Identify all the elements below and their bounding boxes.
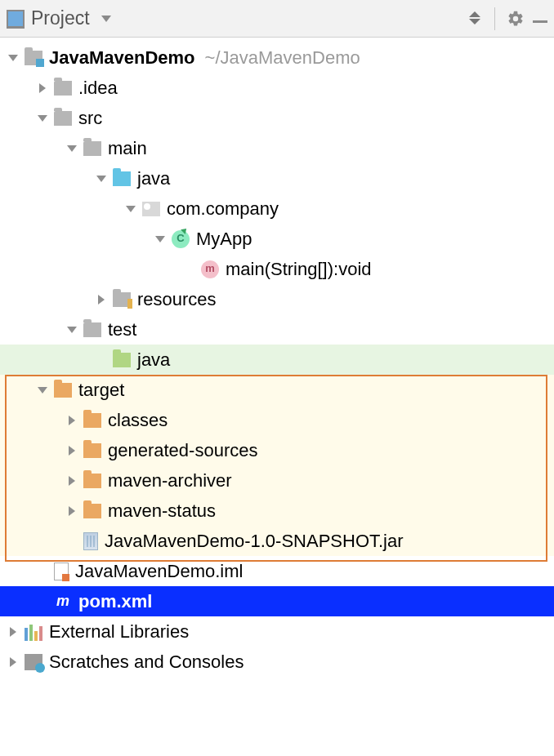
node-label: pom.xml [78,589,152,615]
tree-node-test[interactable]: test [0,314,554,345]
expand-icon[interactable] [124,202,137,216]
divider [494,7,495,30]
node-label: Scratches and Consoles [49,649,243,675]
tree-node-java-src[interactable]: java [0,163,554,193]
expand-icon[interactable] [154,233,167,246]
node-label: External Libraries [49,619,189,645]
node-label: resources [137,287,217,313]
tree-node-method[interactable]: m main(String[]):void [0,254,554,284]
tree-node-root[interactable]: JavaMavenDemo ~/JavaMavenDemo [0,42,554,73]
tree-node-class[interactable]: C MyApp [0,224,554,254]
tree-node-src[interactable]: src [0,103,554,133]
view-dropdown-icon[interactable] [101,16,111,22]
tree-node-external-libraries[interactable]: External Libraries [0,616,554,647]
test-folder-icon [113,353,131,367]
maven-file-icon: m [54,593,72,611]
expand-icon[interactable] [65,323,78,336]
expand-icon[interactable] [7,625,20,638]
node-label: src [78,105,102,131]
module-folder-icon [25,51,42,65]
node-label: JavaMavenDemo.iml [75,558,243,585]
project-tree: JavaMavenDemo ~/JavaMavenDemo .idea src … [0,38,554,677]
node-label: MyApp [196,226,252,252]
method-icon: m [201,260,219,278]
scratches-icon [25,654,42,670]
expand-icon[interactable] [95,293,108,306]
tree-node-idea[interactable]: .idea [0,73,554,103]
class-icon: C [172,230,190,248]
expand-icon [36,565,49,578]
tree-node-resources[interactable]: resources [0,284,554,314]
expand-icon[interactable] [36,82,49,95]
highlight-annotation [5,375,547,562]
resources-folder-icon [113,292,131,307]
project-tool-icon [7,10,25,28]
folder-icon [54,81,72,96]
iml-file-icon [54,563,69,580]
tree-node-main[interactable]: main [0,133,554,163]
scroll-from-source-icon[interactable] [467,11,483,26]
expand-icon [36,595,49,608]
tree-node-package[interactable]: com.company [0,193,554,224]
settings-icon[interactable] [507,10,525,28]
project-view-title[interactable]: Project [31,7,90,29]
minimize-icon[interactable] [533,20,547,23]
expand-icon[interactable] [36,112,49,125]
tree-node-java-test[interactable]: java [0,345,554,375]
tree-node-pom[interactable]: m pom.xml [0,586,554,616]
node-label: java [137,347,170,373]
node-label: java [137,166,170,192]
source-folder-icon [113,171,131,186]
libraries-icon [25,623,42,641]
tree-node-scratches[interactable]: Scratches and Consoles [0,647,554,677]
expand-icon[interactable] [7,51,20,64]
expand-icon[interactable] [65,142,78,155]
node-label: .idea [78,75,118,101]
tool-window-header: Project [0,0,554,38]
node-label: test [108,317,136,343]
expand-icon [183,263,196,276]
node-path: ~/JavaMavenDemo [205,45,360,71]
expand-icon[interactable] [7,656,20,669]
folder-icon [83,141,101,156]
node-label: JavaMavenDemo [49,45,195,71]
package-icon [142,202,160,216]
expand-icon[interactable] [95,172,108,185]
expand-icon [95,354,108,367]
node-label: com.company [167,196,279,222]
folder-icon [83,322,101,337]
node-label: main(String[]):void [226,256,372,282]
node-label: main [108,136,147,162]
folder-icon [54,111,72,126]
